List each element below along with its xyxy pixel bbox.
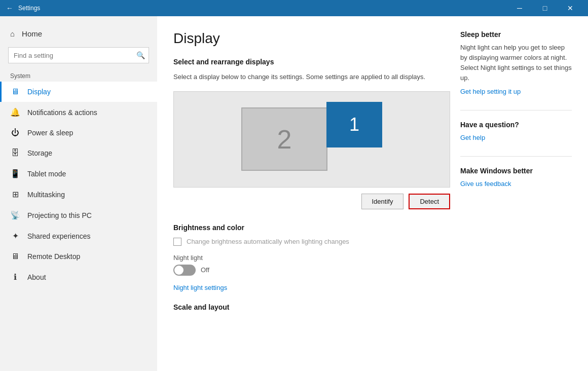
monitor-2-label: 2 — [277, 124, 292, 155]
sidebar-item-remote[interactable]: 🖥Remote Desktop — [0, 246, 157, 267]
main-layout: ⌂ Home 🔍 System 🖥Display🔔Notifications &… — [0, 16, 588, 371]
feedback-section: Make Windows better Give us feedback — [460, 167, 572, 188]
sidebar-item-display[interactable]: 🖥Display — [0, 82, 157, 102]
home-icon: ⌂ — [10, 29, 15, 38]
display-buttons: Identify Detect — [173, 194, 450, 209]
page-title: Display — [173, 30, 450, 47]
monitor-1[interactable]: 1 — [326, 102, 382, 147]
app-title: Settings — [18, 5, 40, 12]
back-button[interactable]: ← — [6, 4, 13, 12]
give-feedback-link[interactable]: Give us feedback — [460, 180, 511, 188]
sidebar-item-label-power: Power & sleep — [27, 129, 73, 137]
divider-2 — [460, 156, 572, 157]
right-panel: Sleep better Night light can help you ge… — [460, 30, 572, 357]
sidebar-item-label-shared: Shared experiences — [27, 232, 91, 240]
rearrange-section-desc: Select a display below to change its set… — [173, 72, 450, 82]
remote-icon: 🖥 — [10, 252, 20, 261]
sidebar-item-label-projecting: Projecting to this PC — [27, 211, 92, 219]
auto-brightness-checkbox[interactable] — [173, 238, 181, 246]
divider-1 — [460, 110, 572, 110]
search-input[interactable] — [8, 47, 149, 63]
night-light-settings-link[interactable]: Night light settings — [173, 284, 227, 291]
sidebar-item-about[interactable]: ℹAbout — [0, 267, 157, 287]
home-label: Home — [22, 29, 42, 38]
auto-brightness-label: Change brightness automatically when lig… — [187, 238, 349, 245]
sidebar-item-label-about: About — [27, 273, 46, 281]
titlebar: ← Settings ─ □ ✕ — [0, 0, 588, 16]
sleep-title: Sleep better — [460, 30, 572, 39]
question-section: Have a question? Get help — [460, 121, 572, 142]
sidebar-item-label-multitasking: Multitasking — [27, 191, 65, 199]
sidebar-item-multitasking[interactable]: ⊞Multitasking — [0, 184, 157, 205]
toggle-knob — [174, 266, 183, 275]
multitasking-icon: ⊞ — [10, 190, 20, 199]
auto-brightness-row: Change brightness automatically when lig… — [173, 238, 450, 246]
storage-icon: 🗄 — [10, 149, 20, 158]
sidebar: ⌂ Home 🔍 System 🖥Display🔔Notifications &… — [0, 16, 157, 371]
toggle-state-label: Off — [201, 266, 209, 274]
identify-button[interactable]: Identify — [361, 194, 404, 209]
scale-section-title: Scale and layout — [173, 303, 450, 311]
monitor-1-label: 1 — [349, 114, 359, 135]
about-icon: ℹ — [10, 272, 20, 282]
minimize-button[interactable]: ─ — [508, 0, 531, 16]
sidebar-item-home[interactable]: ⌂ Home — [0, 24, 157, 43]
question-title: Have a question? — [460, 121, 572, 129]
sleep-text: Night light can help you get to sleep by… — [460, 43, 572, 84]
maximize-button[interactable]: □ — [533, 0, 557, 16]
content-area: Display Select and rearrange displays Se… — [157, 16, 588, 371]
projecting-icon: 📡 — [10, 210, 20, 220]
display-icon: 🖥 — [10, 87, 20, 96]
sidebar-item-label-remote: Remote Desktop — [27, 252, 80, 261]
detect-button[interactable]: Detect — [409, 194, 450, 209]
get-help-setting-link[interactable]: Get help setting it up — [460, 88, 521, 95]
get-help-link[interactable]: Get help — [460, 134, 485, 141]
monitor-2[interactable]: 2 — [241, 107, 327, 171]
sidebar-item-label-tablet: Tablet mode — [27, 170, 66, 178]
close-button[interactable]: ✕ — [559, 0, 582, 16]
rearrange-section-title: Select and rearrange displays — [173, 58, 450, 66]
shared-icon: ✦ — [10, 231, 20, 241]
sidebar-item-label-notifications: Notifications & actions — [27, 108, 97, 117]
titlebar-left: ← Settings — [6, 4, 40, 12]
sidebar-item-shared[interactable]: ✦Shared experiences — [0, 226, 157, 246]
notifications-icon: 🔔 — [10, 107, 20, 117]
sidebar-section-label: System — [0, 69, 157, 82]
night-light-toggle-row: Off — [173, 265, 450, 276]
sidebar-item-storage[interactable]: 🗄Storage — [0, 143, 157, 163]
feedback-title: Make Windows better — [460, 167, 572, 175]
tablet-icon: 📱 — [10, 169, 20, 178]
night-light-label: Night light — [173, 254, 450, 262]
content-main: Display Select and rearrange displays Se… — [173, 30, 460, 357]
sleep-section: Sleep better Night light can help you ge… — [460, 30, 572, 96]
power-icon: ⏻ — [10, 128, 20, 137]
sidebar-item-notifications[interactable]: 🔔Notifications & actions — [0, 102, 157, 123]
sidebar-nav: 🖥Display🔔Notifications & actions⏻Power &… — [0, 82, 157, 287]
sidebar-item-projecting[interactable]: 📡Projecting to this PC — [0, 205, 157, 226]
brightness-section: Brightness and color Change brightness a… — [173, 224, 450, 292]
window-controls: ─ □ ✕ — [508, 0, 582, 16]
sidebar-search-container: 🔍 — [8, 47, 149, 63]
sidebar-item-label-storage: Storage — [27, 149, 52, 157]
sidebar-item-power[interactable]: ⏻Power & sleep — [0, 123, 157, 143]
display-preview[interactable]: 2 1 — [173, 91, 450, 188]
sidebar-item-label-display: Display — [27, 88, 51, 96]
search-icon: 🔍 — [136, 51, 145, 59]
night-light-toggle[interactable] — [173, 265, 196, 276]
sidebar-item-tablet[interactable]: 📱Tablet mode — [0, 163, 157, 184]
brightness-title: Brightness and color — [173, 224, 450, 232]
